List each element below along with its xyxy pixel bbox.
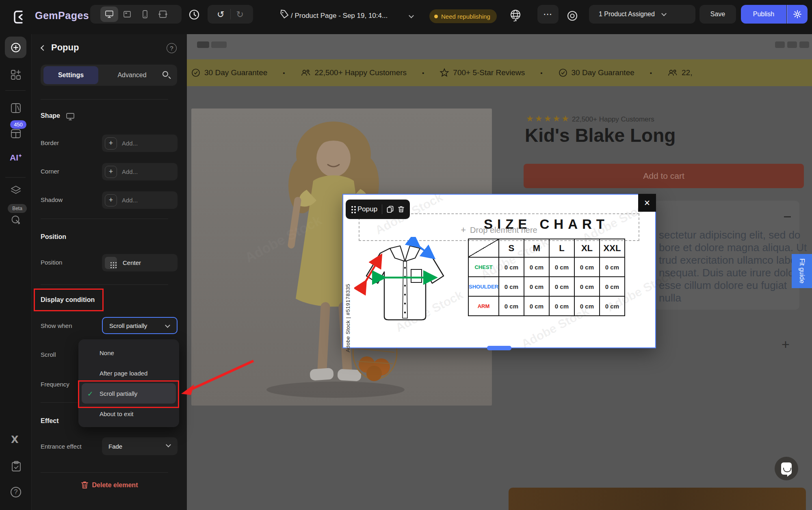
history-icon[interactable] bbox=[188, 9, 200, 20]
rail-divider bbox=[5, 177, 26, 178]
status-dot-icon bbox=[434, 15, 438, 18]
menu-item-none[interactable]: None bbox=[78, 343, 179, 363]
rail-divider bbox=[5, 90, 26, 91]
border-add-control[interactable]: + Add... bbox=[102, 135, 178, 152]
interaction-click-icon[interactable] bbox=[11, 215, 22, 226]
section-effect-header: Effect bbox=[41, 417, 58, 425]
trash-icon[interactable] bbox=[398, 206, 404, 213]
save-label: Save bbox=[710, 11, 725, 18]
breadcrumb-chevron-icon[interactable] bbox=[409, 13, 414, 18]
popup-selection-toolbar: Popup bbox=[346, 200, 410, 219]
add-element-button[interactable] bbox=[5, 37, 26, 58]
row-label-shoulder: SHOULDER bbox=[468, 277, 499, 296]
save-button[interactable]: Save bbox=[699, 5, 736, 24]
menu-item-label: None bbox=[100, 349, 114, 356]
popup-resize-handle[interactable] bbox=[487, 346, 511, 350]
tab-settings[interactable]: Settings bbox=[43, 66, 98, 84]
publish-button[interactable]: Publish bbox=[741, 5, 786, 24]
panel-help-icon[interactable]: ? bbox=[167, 43, 177, 53]
shadow-label: Shadow bbox=[41, 196, 63, 203]
editor-canvas: 30 Day Guarantee • 22,500+ Happy Custome… bbox=[187, 34, 812, 510]
entrance-effect-value: Fade bbox=[108, 443, 122, 450]
show-when-select[interactable]: Scroll partially bbox=[102, 317, 178, 334]
accordion-collapse-icon[interactable] bbox=[784, 216, 791, 217]
popup-close-button[interactable]: ✕ bbox=[638, 194, 656, 212]
plus-icon: + bbox=[105, 194, 117, 206]
popup-element[interactable]: Adobe Stock Adobe Stock Adobe Stock Adob… bbox=[342, 194, 656, 348]
breadcrumb[interactable]: / Product Page - Sep 19, 10:4... bbox=[291, 12, 388, 20]
col-header: XXL bbox=[600, 239, 625, 257]
row-label-chest: CHEST bbox=[468, 257, 499, 277]
shirt-diagram bbox=[354, 237, 456, 326]
ai-label: AI bbox=[10, 153, 18, 162]
menu-item-label: After page loaded bbox=[100, 370, 147, 377]
corner-add-control[interactable]: + Add... bbox=[102, 163, 178, 180]
chat-widget-button[interactable] bbox=[775, 457, 798, 480]
x-label: X bbox=[11, 434, 19, 445]
search-icon[interactable] bbox=[162, 71, 168, 77]
layers-icon[interactable] bbox=[11, 185, 21, 196]
delete-element-label: Delete element bbox=[92, 482, 138, 489]
table-header-row: S M L XL XXL bbox=[468, 239, 625, 257]
annotation-arrow bbox=[179, 356, 258, 398]
rating-stars: ★★★★★ bbox=[526, 114, 570, 124]
skeleton-pill bbox=[197, 41, 209, 48]
popup-chip-label: Popup bbox=[357, 205, 377, 213]
position-value: Center bbox=[123, 259, 141, 266]
delete-element-button[interactable]: Delete element bbox=[32, 481, 187, 489]
divider bbox=[41, 472, 168, 473]
theme-pages-icon[interactable] bbox=[10, 102, 22, 114]
ai-assistant-button[interactable]: AI✦ bbox=[10, 153, 22, 163]
plus-circle-icon bbox=[11, 42, 21, 53]
help-glyph: ? bbox=[170, 45, 173, 52]
divider bbox=[41, 284, 168, 285]
sections-library-icon[interactable] bbox=[10, 69, 22, 80]
section-shape-header: Shape bbox=[41, 112, 60, 119]
add-to-cart-button[interactable]: Add to cart bbox=[524, 164, 804, 188]
top-toolbar: GemPages 7 ↺ ↻ / Product Page - Sep 19, … bbox=[0, 0, 812, 34]
device-tablet-icon[interactable] bbox=[118, 7, 136, 22]
redo-icon[interactable]: ↻ bbox=[236, 9, 244, 20]
more-menu-button[interactable]: ⋯ bbox=[537, 5, 559, 24]
skeleton-pill bbox=[787, 41, 797, 48]
fit-guide-label: Fit guide bbox=[798, 258, 806, 283]
drag-handle-icon[interactable] bbox=[351, 206, 353, 208]
badge-check-icon bbox=[191, 68, 201, 78]
plus-icon: + bbox=[105, 137, 117, 150]
device-mobile-icon[interactable] bbox=[136, 7, 154, 22]
close-icon: ✕ bbox=[644, 198, 650, 208]
help-icon[interactable]: ? bbox=[11, 487, 21, 497]
device-desktop-icon[interactable] bbox=[100, 7, 118, 22]
entrance-effect-select[interactable]: Fade bbox=[102, 437, 178, 455]
shadow-add-placeholder: Add... bbox=[122, 197, 138, 204]
device-responsive-icon[interactable] bbox=[154, 7, 172, 22]
tab-settings-label: Settings bbox=[58, 72, 84, 79]
corner-label: Corner bbox=[41, 168, 59, 175]
plus-icon: + bbox=[105, 166, 117, 178]
marquee-item: 30 Day Guarantee bbox=[191, 68, 267, 78]
shadow-add-control[interactable]: + Add... bbox=[102, 191, 178, 209]
preview-icon[interactable] bbox=[566, 10, 578, 22]
element-settings-panel: Popup ? Settings Advanced Shape Border +… bbox=[31, 34, 187, 510]
gear-icon bbox=[793, 10, 802, 19]
back-chevron-icon[interactable] bbox=[41, 45, 46, 51]
x-integration-icon[interactable]: X bbox=[11, 434, 19, 445]
translate-globe-icon[interactable] bbox=[509, 9, 522, 22]
publish-settings-button[interactable] bbox=[787, 5, 808, 24]
undo-icon[interactable]: ↺ bbox=[217, 9, 224, 20]
duplicate-icon[interactable] bbox=[387, 206, 394, 213]
diagonal-corner-cell bbox=[468, 239, 499, 257]
product-assigned-dropdown[interactable]: 1 Product Assigned bbox=[589, 5, 695, 24]
divider bbox=[382, 204, 382, 214]
fit-guide-tab[interactable]: Fit guide bbox=[792, 254, 812, 288]
users-icon bbox=[667, 68, 678, 78]
tab-advanced[interactable]: Advanced bbox=[106, 66, 158, 84]
accordion-expand-icon[interactable]: + bbox=[782, 336, 790, 352]
checklist-clipboard-icon[interactable] bbox=[11, 461, 22, 472]
product-assigned-label: 1 Product Assigned bbox=[599, 11, 655, 18]
tag-icon bbox=[279, 9, 290, 20]
marquee-item: 30 Day Guarantee bbox=[558, 68, 634, 78]
position-control[interactable]: Center bbox=[102, 254, 178, 271]
window-builder-icon[interactable] bbox=[10, 128, 22, 139]
chevron-down-icon bbox=[165, 323, 170, 328]
